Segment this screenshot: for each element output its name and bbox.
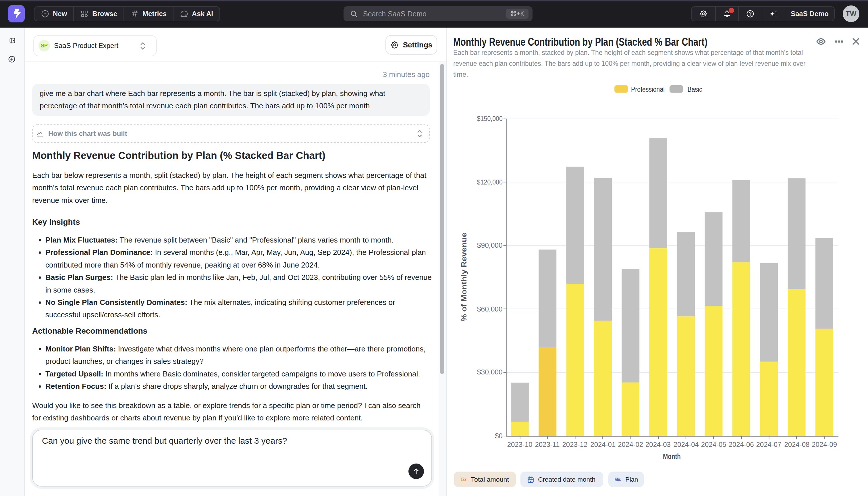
svg-text:2024-03: 2024-03 [645, 440, 671, 448]
svg-text:2024-02: 2024-02 [618, 440, 643, 448]
svg-text:Plan: Plan [625, 476, 638, 483]
svg-text:$120,000: $120,000 [477, 178, 503, 186]
svg-text:$150,000: $150,000 [477, 115, 503, 122]
svg-text:2024-01: 2024-01 [590, 440, 615, 448]
svg-text:Monthly Revenue Contribution b: Monthly Revenue Contribution by Plan (St… [453, 36, 707, 48]
svg-text:$0: $0 [495, 432, 503, 440]
svg-text:Total amount: Total amount [471, 476, 509, 483]
svg-text:Each bar represents a month, s: Each bar represents a month, stacked by … [453, 49, 803, 56]
svg-text:Month: Month [663, 452, 681, 461]
svg-text:2023-12: 2023-12 [562, 440, 588, 448]
svg-text:time.: time. [453, 71, 468, 78]
svg-text:Basic: Basic [688, 86, 702, 93]
svg-text:$60,000: $60,000 [477, 305, 503, 313]
svg-text:Abc: Abc [615, 477, 621, 482]
svg-text:2023-10: 2023-10 [507, 440, 532, 448]
svg-text:2024-06: 2024-06 [729, 440, 754, 448]
svg-text:Created date month: Created date month [538, 476, 595, 483]
svg-text:2023-11: 2023-11 [535, 440, 560, 448]
svg-text:2024-05: 2024-05 [701, 440, 726, 448]
svg-text:% of Monthly Revenue: % of Monthly Revenue [460, 232, 468, 322]
svg-text:2024-07: 2024-07 [756, 440, 782, 448]
svg-text:2024-08: 2024-08 [784, 440, 809, 448]
svg-text:2024-04: 2024-04 [674, 440, 699, 448]
svg-text:123: 123 [461, 477, 466, 482]
svg-text:$30,000: $30,000 [477, 368, 503, 376]
svg-text:2024-09: 2024-09 [812, 440, 837, 448]
svg-text:Professional: Professional [631, 86, 665, 93]
svg-text:revenue each plan contributes.: revenue each plan contributes. The bars … [453, 60, 805, 67]
svg-text:$90,000: $90,000 [477, 242, 503, 249]
